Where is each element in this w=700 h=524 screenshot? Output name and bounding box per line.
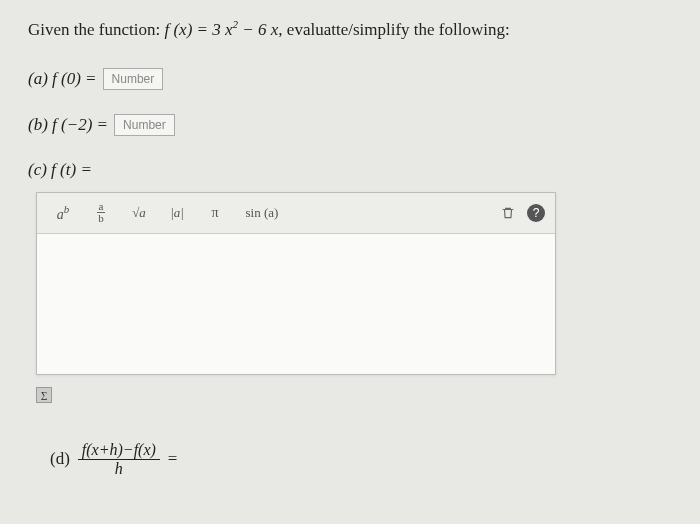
editor-textarea[interactable]: [37, 234, 555, 374]
prompt-suffix: evaluatte/simplify the following:: [287, 20, 510, 39]
equals-sign: =: [168, 449, 178, 469]
difference-quotient: f(x+h)−f(x) h: [78, 441, 160, 478]
prompt-prefix: Given the function:: [28, 20, 164, 39]
abs-button[interactable]: |a|: [161, 199, 193, 227]
part-d-label: (d): [50, 449, 70, 469]
part-a: (a) f (0) = Number: [28, 68, 672, 90]
part-a-input[interactable]: Number: [103, 68, 164, 90]
question-prompt: Given the function: f (x) = 3 x2 − 6 x, …: [28, 18, 672, 40]
power-button[interactable]: ab: [47, 199, 79, 227]
editor-toolbar: ab a b √a |a| π sin (a) ?: [37, 193, 555, 234]
part-a-label: (a) f (0) =: [28, 69, 97, 89]
part-c-label: (c) f (t) =: [28, 160, 92, 180]
part-b: (b) f (−2) = Number: [28, 114, 672, 136]
function-def: f (x) = 3 x2 − 6 x,: [164, 20, 286, 39]
math-editor: ab a b √a |a| π sin (a) ?: [36, 192, 556, 375]
fraction-button[interactable]: a b: [85, 199, 117, 227]
sqrt-button[interactable]: √a: [123, 199, 155, 227]
part-b-input[interactable]: Number: [114, 114, 175, 136]
trash-icon[interactable]: [495, 200, 521, 226]
placeholder-text: Number: [123, 118, 166, 132]
pi-button[interactable]: π: [199, 199, 231, 227]
help-icon[interactable]: ?: [527, 204, 545, 222]
placeholder-text: Number: [112, 72, 155, 86]
part-d: (d) f(x+h)−f(x) h =: [50, 441, 672, 478]
equation-mode-icon[interactable]: ∑: [36, 387, 52, 403]
part-c: (c) f (t) =: [28, 160, 672, 180]
part-b-label: (b) f (−2) =: [28, 115, 108, 135]
sin-button[interactable]: sin (a): [237, 199, 287, 227]
